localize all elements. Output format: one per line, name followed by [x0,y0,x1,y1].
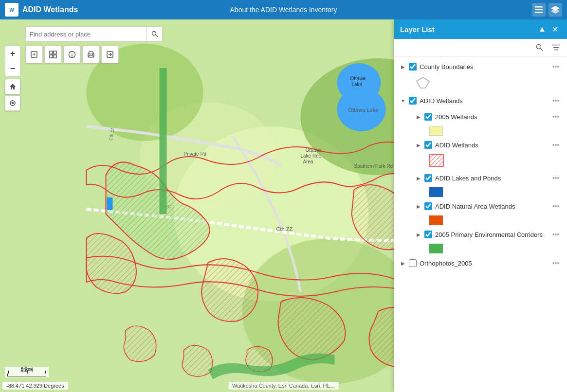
edit-tool-button[interactable] [25,46,43,63]
app-title: ADID Wetlands [22,5,78,14]
svg-rect-26 [107,197,113,210]
svg-marker-56 [417,77,429,88]
layer-item-orthophotos[interactable]: ▶ Orthophotos_2005 ••• [394,255,567,271]
layer-panel: Layer List ▲ ✕ ▶ [394,19,567,392]
layer-panel-header: Layer List ▲ ✕ [394,19,567,39]
svg-rect-34 [50,55,53,58]
layer-name-adid-natural-area: ADID Natural Area Wetlands [435,203,548,210]
location-button[interactable] [5,95,20,111]
expand-icon: ▶ [400,64,406,70]
zoom-in-button[interactable]: + [5,46,20,61]
svg-text:ZC: ZC [165,204,171,209]
search-button[interactable] [147,26,163,42]
svg-rect-32 [50,51,53,54]
expand-icon-adid: ▼ [400,98,406,104]
svg-point-41 [92,54,93,55]
layer-options-2005-wetlands[interactable]: ••• [550,111,561,122]
print-tool-button[interactable] [82,46,100,63]
info-tool-button[interactable]: i [63,46,81,63]
legend-swatch-adid-natural-area [394,214,567,227]
search-input[interactable] [25,26,147,42]
layer-checkbox-adid-natural-area[interactable] [424,202,432,210]
expand-icon-adid-sub: ▶ [416,142,421,148]
layer-item-adid-wetlands-group[interactable]: ▼ ADID Wetlands ••• [394,92,567,109]
app-header: W ADID Wetlands About the ADID Wetlands … [0,0,567,19]
layer-name-adid-wetlands-group: ADID Wetlands [420,97,548,105]
svg-text:Area: Area [303,159,314,164]
svg-text:Cth Cl: Cth Cl [108,128,115,141]
svg-line-28 [156,35,158,37]
svg-point-6 [140,102,276,209]
expand-icon-2005: ▶ [416,114,421,120]
export-tool-button[interactable] [101,46,119,63]
layer-options-primary-corridors[interactable]: ••• [550,229,561,240]
svg-rect-33 [54,51,56,54]
layer-options-county-boundaries[interactable]: ••• [550,61,561,72]
layer-checkbox-adid-wetlands-sub[interactable] [424,141,432,149]
svg-point-27 [152,32,156,36]
layer-options-adid-wetlands-group[interactable]: ••• [550,95,561,106]
coordinate-bar: -88.471 42.929 Degrees [2,382,68,390]
svg-text:Cth ZZ: Cth ZZ [276,226,293,232]
layer-item-adid-lakes[interactable]: ▶ ADID Lakes and Ponds ••• [394,170,567,186]
svg-marker-4 [551,9,560,14]
expand-icon-ortho: ▶ [400,260,406,266]
grid-tool-button[interactable] [44,46,62,63]
svg-line-52 [541,49,543,51]
svg-text:Ottawa Lake: Ottawa Lake [348,107,379,113]
layer-item-county-boundaries[interactable]: ▶ County Boundaries ••• [394,58,567,75]
svg-rect-2 [535,12,543,13]
map-attribution: Waukesha County, Esri Canada, Esri, HE..… [228,382,339,390]
svg-point-12 [337,88,386,131]
layer-checkbox-adid-wetlands-group[interactable] [409,97,417,105]
svg-rect-0 [535,6,543,8]
svg-point-7 [174,126,369,302]
layer-item-primary-corridors[interactable]: ▶ 2005 Primary Environmental Corridors •… [394,227,567,242]
layer-checkbox-orthophotos[interactable] [409,259,417,267]
layer-options-orthophotos[interactable]: ••• [550,258,561,268]
map-container[interactable]: Ottawa Lake Ottawa Lake Ottawa Lake Rec … [0,19,567,392]
layer-name-county-boundaries: County Boundaries [420,63,548,71]
svg-point-51 [536,45,541,49]
layer-item-adid-wetlands-sub[interactable]: ▶ ADID Wetlands ••• [394,137,567,153]
layer-options-adid-wetlands-sub[interactable]: ••• [550,140,561,150]
layer-options-adid-natural-area[interactable]: ••• [550,201,561,212]
layer-panel-title: Layer List [400,25,536,34]
menu-button[interactable] [532,3,546,17]
logo-symbol: W [9,7,14,13]
layer-name-primary-corridors: 2005 Primary Environmental Corridors [435,231,548,238]
nav-buttons [5,79,20,111]
legend-swatch-adid-lakes [394,186,567,198]
layer-checkbox-adid-lakes[interactable] [424,174,432,182]
legend-swatch-primary-corridors [394,242,567,255]
svg-rect-35 [54,55,56,58]
legend-swatch-2005-wetlands [394,125,567,137]
layer-item-2005-wetlands[interactable]: ▶ 2005 Wetlands ••• [394,109,567,125]
header-actions [532,3,562,17]
search-bar [25,26,163,42]
zoom-out-button[interactable]: − [5,61,20,77]
layer-search-button[interactable] [533,41,546,54]
layer-panel-toolbar [394,39,567,56]
logo-icon: W [5,3,18,17]
layer-filter-button[interactable] [549,41,562,54]
svg-text:Ottawa: Ottawa [306,147,321,153]
layer-checkbox-2005-wetlands[interactable] [424,113,432,121]
svg-rect-58 [430,155,443,166]
svg-text:Ottawa: Ottawa [350,76,366,81]
home-button[interactable] [5,79,20,94]
legend-swatch-adid-wetlands-sub [394,153,567,170]
svg-text:Lake: Lake [352,82,363,87]
layer-checkbox-county-boundaries[interactable] [409,63,417,71]
layer-panel-close-button[interactable]: ✕ [549,23,561,36]
layer-panel-collapse-button[interactable]: ▲ [536,23,549,36]
layer-item-adid-natural-area[interactable]: ▶ ADID Natural Area Wetlands ••• [394,198,567,214]
svg-point-10 [242,238,418,384]
layers-button[interactable] [549,3,562,17]
layer-name-orthophotos: Orthophotos_2005 [420,260,548,267]
expand-icon-corridors: ▶ [416,232,421,237]
coordinate-value: -88.471 42.929 Degrees [6,383,64,389]
layer-checkbox-primary-corridors[interactable] [424,231,432,238]
scale-bar: 939 ft 0.2mi [5,367,49,377]
layer-options-adid-lakes[interactable]: ••• [550,173,561,183]
